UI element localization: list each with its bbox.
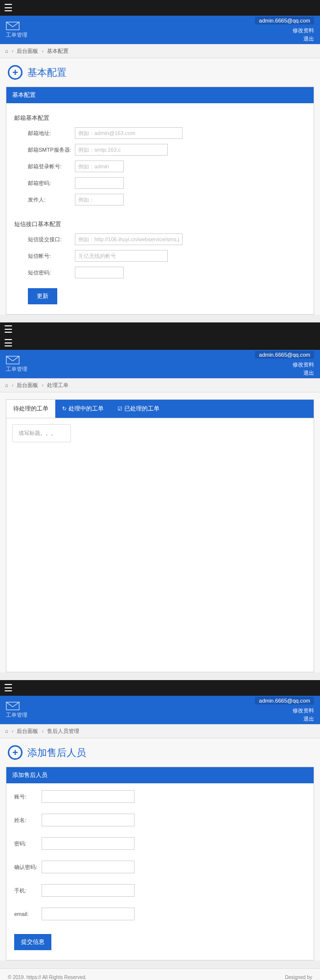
breadcrumb: ⌂ › 后台面板 › 售后人员管理 <box>0 724 320 738</box>
edit-profile-link[interactable]: 修改资料 <box>255 707 314 715</box>
breadcrumb-home[interactable]: 后台面板 <box>17 382 38 388</box>
add-staff-panel: 添加售后人员 账号: 姓名: 密码: 确认密码: 手机: <box>6 767 314 960</box>
label-phone: 手机: <box>14 887 42 894</box>
user-menu: admin.6665@qq.com 修改资料 退出 <box>255 351 314 377</box>
ticket-list-panel: 填写标题。。。 <box>6 418 314 672</box>
label-email: email: <box>14 911 42 917</box>
page-title-row: + 基本配置 <box>0 58 320 87</box>
row-sms-account: 短信帐号: <box>28 250 306 262</box>
config-panel: 基本配置 邮箱基本配置 邮箱地址: 邮箱SMTP服务器: 邮箱登录帐号: 邮箱密… <box>6 87 314 315</box>
row-name: 姓名: <box>14 814 306 826</box>
brand[interactable]: 工单管理 <box>6 22 27 39</box>
edit-profile-link[interactable]: 修改资料 <box>255 361 314 369</box>
page-title: 基本配置 <box>27 66 67 79</box>
breadcrumb-sep: › <box>12 728 14 734</box>
input-pwd[interactable] <box>75 177 124 189</box>
tab-label: 处理中的工单 <box>69 405 104 413</box>
row-email-addr: 邮箱地址: <box>28 127 306 139</box>
input-pwd2[interactable] <box>42 861 135 873</box>
breadcrumb-sep: › <box>12 382 14 388</box>
breadcrumb-sep: › <box>42 728 44 734</box>
label-pwd: 密码: <box>14 840 42 847</box>
input-pwd[interactable] <box>42 837 135 850</box>
breadcrumb-sep: › <box>42 48 44 54</box>
label-smtp: 邮箱SMTP服务器: <box>28 146 75 154</box>
topbar: ☰ <box>0 0 320 16</box>
tab-done[interactable]: ☑ 已处理的工单 <box>111 400 166 418</box>
title-input-box[interactable]: 填写标题。。。 <box>12 424 71 442</box>
label-account: 账号: <box>14 793 42 800</box>
breadcrumb-sep: › <box>42 382 44 388</box>
footer-url[interactable]: https:// <box>26 975 41 980</box>
edit-profile-link[interactable]: 修改资料 <box>255 26 314 35</box>
tab-label: 已处理的工单 <box>124 405 160 413</box>
page-title-row: + 添加售后人员 <box>0 738 320 767</box>
tabs: 待处理的工单 ↻ 处理中的工单 ☑ 已处理的工单 <box>6 399 314 418</box>
screen-tickets: ☰ ☰ 工单管理 admin.6665@qq.com 修改资料 退出 ⌂ › 后… <box>0 322 320 672</box>
label-email-addr: 邮箱地址: <box>28 130 75 137</box>
tab-processing[interactable]: ↻ 处理中的工单 <box>55 400 111 418</box>
user-menu: admin.6665@qq.com 修改资料 退出 <box>255 697 314 723</box>
page-title: 添加售后人员 <box>27 746 86 759</box>
input-sms-api[interactable] <box>75 233 183 245</box>
logout-link[interactable]: 退出 <box>255 35 314 43</box>
envelope-icon <box>6 702 20 710</box>
input-login[interactable] <box>75 160 124 172</box>
footer-right: Designed by <box>285 975 312 980</box>
footer-left: © 2019. https:// All Rights Reserved. <box>8 975 87 980</box>
breadcrumb-home[interactable]: 后台面板 <box>17 48 38 54</box>
rights: All Rights Reserved. <box>42 975 87 980</box>
row-phone: 手机: <box>14 884 306 897</box>
panel-title: 添加售后人员 <box>6 767 314 783</box>
logout-link[interactable]: 退出 <box>255 715 314 723</box>
user-email[interactable]: admin.6665@qq.com <box>255 17 314 24</box>
refresh-icon: ↻ <box>62 406 67 412</box>
user-email[interactable]: admin.6665@qq.com <box>255 697 314 705</box>
input-sms-account[interactable] <box>75 250 168 262</box>
home-icon[interactable]: ⌂ <box>5 48 8 54</box>
row-account: 账号: <box>14 790 306 803</box>
input-name[interactable] <box>42 814 135 826</box>
tab-pending[interactable]: 待处理的工单 <box>6 400 55 418</box>
user-email[interactable]: admin.6665@qq.com <box>255 351 314 359</box>
submit-button[interactable]: 提交信息 <box>14 934 51 950</box>
footer: © 2019. https:// All Rights Reserved. De… <box>0 968 320 980</box>
label-login: 邮箱登录帐号: <box>28 163 75 170</box>
input-sender[interactable] <box>75 194 124 205</box>
designed-label: Designed by <box>285 975 312 980</box>
plus-icon[interactable]: + <box>8 745 23 760</box>
label-name: 姓名: <box>14 817 42 824</box>
input-sms-pwd[interactable] <box>75 267 124 278</box>
hamburger-icon[interactable]: ☰ <box>4 682 13 694</box>
brand-label: 工单管理 <box>6 31 27 39</box>
brand[interactable]: 工单管理 <box>6 356 27 373</box>
home-icon[interactable]: ⌂ <box>5 728 8 734</box>
input-phone[interactable] <box>42 884 135 897</box>
plus-icon[interactable]: + <box>8 65 23 80</box>
breadcrumb-current: 处理工单 <box>47 382 69 388</box>
hamburger-icon[interactable]: ☰ <box>4 337 13 349</box>
header: 工单管理 admin.6665@qq.com 修改资料 退出 <box>0 350 320 378</box>
hamburger-icon[interactable]: ☰ <box>4 323 13 335</box>
row-smtp: 邮箱SMTP服务器: <box>28 144 306 156</box>
home-icon[interactable]: ⌂ <box>5 382 8 388</box>
breadcrumb-home[interactable]: 后台面板 <box>17 728 38 734</box>
logout-link[interactable]: 退出 <box>255 369 314 377</box>
hamburger-icon[interactable]: ☰ <box>4 2 13 14</box>
update-button[interactable]: 更新 <box>28 288 57 304</box>
label-sms-pwd: 短信密码: <box>28 269 75 276</box>
input-smtp[interactable] <box>75 144 168 156</box>
input-email-addr[interactable] <box>75 127 183 139</box>
screen-basic-config: ☰ 工单管理 admin.6665@qq.com 修改资料 退出 ⌂ › 后台面… <box>0 0 320 315</box>
header: 工单管理 admin.6665@qq.com 修改资料 退出 <box>0 696 320 724</box>
row-login: 邮箱登录帐号: <box>28 160 306 172</box>
brand[interactable]: 工单管理 <box>6 702 27 719</box>
copyright: © 2019. <box>8 975 25 980</box>
row-pwd: 密码: <box>14 837 306 850</box>
brand-label: 工单管理 <box>6 365 27 373</box>
input-email[interactable] <box>42 908 135 920</box>
panel-title: 基本配置 <box>6 87 314 103</box>
row-sender: 发件人: <box>28 194 306 205</box>
input-account[interactable] <box>42 790 135 803</box>
header: 工单管理 admin.6665@qq.com 修改资料 退出 <box>0 16 320 44</box>
